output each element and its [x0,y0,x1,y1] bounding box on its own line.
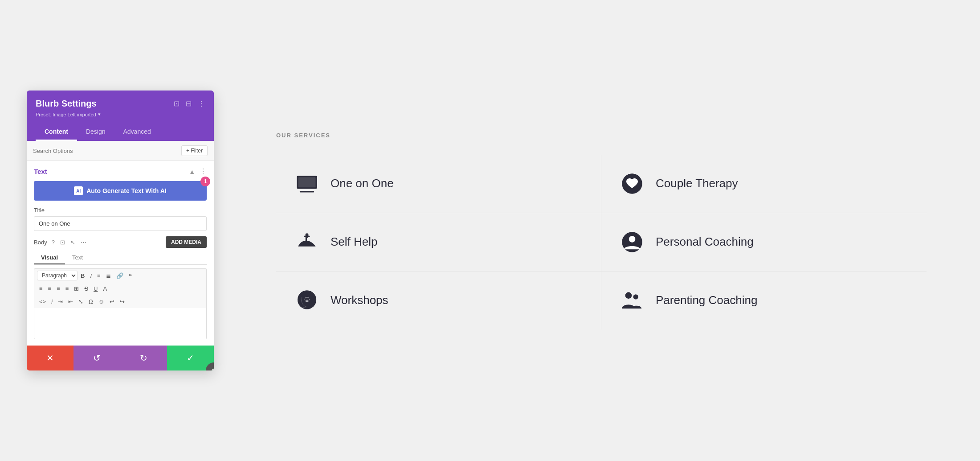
paragraph-select[interactable]: Paragraph [37,271,78,280]
svg-rect-2 [300,191,314,192]
title-input[interactable] [34,216,207,231]
ai-badge: 1 [200,177,210,186]
quote-btn[interactable]: ❝ [127,271,134,280]
services-grid: One on One Couple Therapy [276,155,927,329]
tab-content[interactable]: Content [36,123,77,141]
panel-header: Blurb Settings ⊡ ⊟ ⋮ Preset: Image Left … [27,91,214,123]
title-label: Title [34,207,207,214]
section-menu-icon[interactable]: ⋮ [200,167,207,176]
text-section-header: Text ▲ ⋮ [34,167,207,176]
special-char-btn[interactable]: Ω [86,297,95,306]
align-justify-btn[interactable]: ≡ [63,284,71,293]
service-item-parenting-coaching[interactable]: Parenting Coaching [601,272,927,329]
cancel-button[interactable]: ✕ [27,346,74,370]
undo2-btn[interactable]: ↩ [107,297,117,306]
add-media-button[interactable]: ADD MEDIA [166,236,207,248]
services-section: OUR SERVICES One on One [249,114,953,347]
fullscreen-btn[interactable]: ⤡ [76,297,86,306]
align-right-btn[interactable]: ≡ [54,284,62,293]
editor-tabs: Visual Text [34,251,207,265]
services-label: OUR SERVICES [276,132,927,139]
redo2-btn[interactable]: ↪ [118,297,127,306]
more-icon[interactable]: ⋮ [198,99,205,108]
collapse-icon[interactable]: ▲ [189,168,195,175]
svg-rect-3 [298,177,316,187]
ul-btn[interactable]: ≡ [95,271,103,280]
service-item-personal-coaching[interactable]: Personal Coaching [601,213,927,272]
undo-button[interactable]: ↺ [74,346,120,370]
service-name-personal-coaching: Personal Coaching [656,235,754,249]
ai-btn-wrap: AI Auto Generate Text With AI 1 [34,181,207,201]
couple-therapy-icon [619,171,645,197]
panel-header-top: Blurb Settings ⊡ ⊟ ⋮ [36,99,205,109]
format-toolbar-row2: ≡ ≡ ≡ ≡ ⊞ S U A [34,282,207,295]
format-toolbar-row3: <> i ⇥ ⇤ ⤡ Ω ☺ ↩ ↪ [34,295,207,308]
tab-advanced[interactable]: Advanced [114,123,159,141]
outdent-btn[interactable]: ⇤ [66,297,75,306]
html-btn[interactable]: <> [37,297,48,306]
panel-search-row: + Filter [27,141,214,161]
page-wrapper: Blurb Settings ⊡ ⊟ ⋮ Preset: Image Left … [0,0,980,461]
columns-icon[interactable]: ⊟ [186,99,192,108]
color-btn[interactable]: A [101,284,109,293]
service-name-workshops: Workshops [331,293,388,307]
body-cursor-icon[interactable]: ↖ [69,238,76,247]
format-toolbar-row1: Paragraph B I ≡ ≣ 🔗 ❝ [34,268,207,282]
body-help-icon[interactable]: ? [51,238,56,247]
filter-label: + Filter [186,148,203,154]
filter-button[interactable]: + Filter [181,145,208,156]
service-name-couple-therapy: Couple Therapy [656,177,738,190]
resize-icon[interactable]: ⊡ [174,99,180,108]
indent-btn[interactable]: ⇥ [56,297,65,306]
align-left-btn[interactable]: ≡ [37,284,45,293]
section-title: Text [34,168,47,175]
panel-header-icons: ⊡ ⊟ ⋮ [174,99,205,108]
service-name-parenting-coaching: Parenting Coaching [656,293,757,307]
panel-footer: ✕ ↺ ↻ ✓ [27,346,214,370]
one-on-one-icon [294,171,320,197]
svg-rect-1 [302,189,312,191]
underline-btn[interactable]: U [91,284,100,293]
service-item-workshops[interactable]: ☺ Workshops [276,272,601,329]
strikethrough-btn[interactable]: S [82,284,90,293]
service-item-one-on-one[interactable]: One on One [276,155,601,213]
service-item-self-help[interactable]: Self Help [276,213,601,272]
panel-body: Text ▲ ⋮ AI Auto Generate Text With AI 1… [27,161,214,346]
body-label: Body [34,239,47,246]
workshops-icon: ☺ [294,288,320,313]
italic-btn[interactable]: I [88,271,94,280]
italic2-btn[interactable]: i [49,297,55,306]
editor-area[interactable] [34,308,207,339]
bold-btn[interactable]: B [78,271,87,280]
self-help-icon [294,229,320,255]
body-toolbar-row: Body ? ⊡ ↖ ⋯ ADD MEDIA [34,236,207,248]
service-item-couple-therapy[interactable]: Couple Therapy [601,155,927,213]
personal-coaching-icon [619,229,645,255]
settings-panel: Blurb Settings ⊡ ⊟ ⋮ Preset: Image Left … [27,91,214,370]
panel-title: Blurb Settings [36,99,97,109]
align-center-btn[interactable]: ≡ [46,284,54,293]
ai-generate-button[interactable]: AI Auto Generate Text With AI [34,181,207,201]
service-name-one-on-one: One on One [331,177,394,190]
body-mobile-icon[interactable]: ⊡ [59,238,66,247]
tab-text[interactable]: Text [65,251,90,264]
tab-visual[interactable]: Visual [34,251,65,264]
panel-tabs: Content Design Advanced [27,123,214,141]
link-btn[interactable]: 🔗 [114,271,126,280]
emoji-btn[interactable]: ☺ [96,297,106,306]
search-input[interactable] [33,148,178,154]
svg-text:☺: ☺ [303,295,311,304]
parenting-coaching-icon [619,288,645,313]
panel-preset[interactable]: Preset: Image Left imported ▾ [36,111,205,117]
body-more-icon[interactable]: ⋯ [80,238,87,247]
svg-point-12 [625,292,632,299]
body-label-group: Body ? ⊡ ↖ ⋯ [34,238,87,247]
service-name-self-help: Self Help [331,235,378,249]
section-header-right: ▲ ⋮ [189,167,207,176]
redo-button[interactable]: ↻ [120,346,167,370]
tab-design[interactable]: Design [77,123,114,141]
table-btn[interactable]: ⊞ [72,284,81,293]
ol-btn[interactable]: ≣ [104,271,113,280]
svg-point-8 [629,236,636,243]
ai-icon: AI [74,186,83,195]
